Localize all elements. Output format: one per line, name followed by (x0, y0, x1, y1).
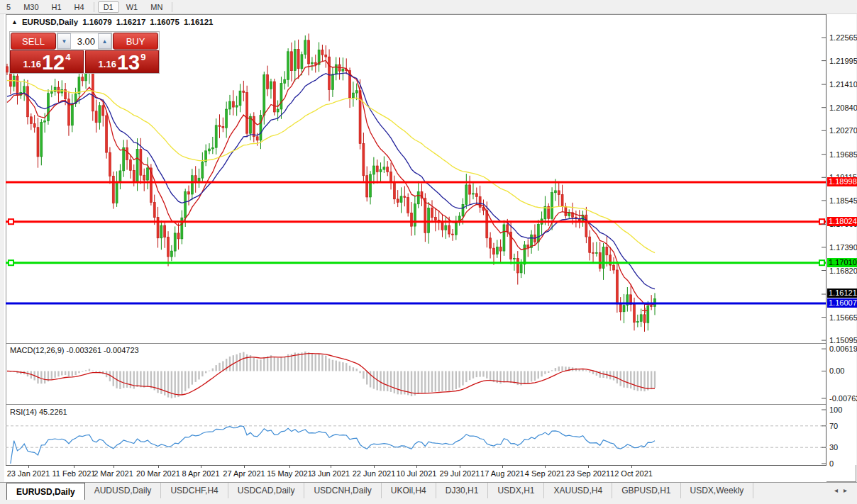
ohlc-low: 1.16075 (150, 18, 179, 26)
tab-audusd-daily[interactable]: AUDUSD,Daily (85, 483, 162, 498)
price-tick: 1.15095 (829, 336, 857, 345)
date-tick (331, 466, 331, 468)
chart-collapse-icon[interactable]: ▲ (11, 18, 18, 26)
terminal-window: 5 M30 H1 H4 D1 W1 MN 1.225651.219951.214… (0, 0, 857, 504)
date-tick (631, 466, 632, 468)
date-label: 23 Jan 2021 (7, 469, 50, 478)
date-tick (460, 466, 460, 468)
price-tick: 1.15665 (829, 313, 857, 322)
timeframe-m30-button[interactable]: M30 (18, 1, 44, 13)
date-tick (28, 466, 29, 468)
date-tick (74, 466, 74, 468)
chart-title: ▲ EURUSD,Daily 1.16079 1.16217 1.16075 1… (11, 18, 213, 26)
tab-ukoil-h4[interactable]: UKOil,H4 (382, 483, 436, 498)
tab-usdcnh-daily[interactable]: USDCNH,Daily (304, 483, 381, 498)
date-tick (158, 466, 159, 468)
price-tick: 1.21410 (829, 80, 857, 89)
date-label: 10 Jul 2021 (397, 469, 437, 478)
tab-usdx-weekly[interactable]: USDX,Weekly (681, 483, 754, 498)
price-tick: 1.20270 (829, 126, 857, 135)
date-tick (244, 466, 245, 468)
ohlc-high: 1.16217 (116, 18, 146, 26)
date-label: 4 Sep 2021 (525, 469, 565, 478)
date-tick (588, 466, 589, 468)
date-label: 23 Sep 2021 (566, 469, 610, 478)
chart-canvas[interactable] (6, 14, 826, 481)
timeframe-toolbar: 5 M30 H1 H4 D1 W1 MN (0, 0, 857, 14)
price-tick: 1.22565 (829, 33, 857, 42)
toolbar-separator (94, 2, 94, 12)
date-label: 27 Apr 2021 (223, 469, 265, 478)
price-tick: 1.16820 (829, 267, 857, 275)
chart-tab-bar: EURUSD,Daily AUDUSD,Daily USDCHF,H4 USDC… (0, 482, 857, 504)
sell-price-sup: 4 (65, 52, 70, 62)
one-click-trading-panel: SELL ▼ 3.00 ▲ BUY 1.16 12 4 1.16 13 9 (9, 31, 160, 74)
buy-button[interactable]: BUY (113, 33, 158, 50)
macd-axis-tick: 0.00 (829, 366, 844, 375)
date-tick (201, 466, 201, 468)
chart-symbol-label: EURUSD,Daily (22, 18, 78, 26)
sell-price[interactable]: 1.16 12 4 (10, 50, 84, 73)
macd-axis-tick: 0.006193 (829, 345, 857, 353)
price-chart[interactable] (6, 14, 826, 481)
buy-price-big: 13 (117, 53, 140, 72)
tab-usdchf-h4[interactable]: USDCHF,H4 (161, 483, 228, 498)
date-tick (289, 466, 290, 468)
price-tick: 1.20840 (829, 103, 857, 112)
rsi-axis-tick: 30 (829, 443, 838, 452)
price-tick: 1.19685 (829, 150, 857, 159)
tab-scroll-arrows[interactable]: ◂▸ (834, 486, 853, 494)
date-label: 8 Apr 2021 (182, 469, 219, 478)
volume-increase-icon[interactable]: ▲ (98, 33, 111, 49)
timeframe-h1-button[interactable]: H1 (46, 1, 67, 13)
volume-decrease-icon[interactable]: ▼ (57, 33, 71, 49)
tab-xauusd-h4[interactable]: XAUUSD,H4 (544, 483, 612, 498)
current-price-tag: 1.16121 (827, 289, 857, 298)
macd-label: MACD(12,26,9) -0.003261 -0.004723 (10, 346, 139, 354)
price-tick: 1.21995 (829, 57, 857, 65)
price-tick: 1.17390 (829, 243, 857, 252)
date-tick (374, 466, 375, 468)
tab-usdcad-daily[interactable]: USDCAD,Daily (228, 483, 305, 498)
date-label: 22 Jun 2021 (353, 469, 396, 478)
rsi-axis-tick: 70 (829, 422, 838, 430)
ohlc-open: 1.16079 (82, 18, 112, 26)
volume-input[interactable]: 3.00 (71, 33, 98, 49)
tab-scroll-right-icon: ▸ (844, 486, 853, 494)
toolbar-separator (172, 2, 172, 12)
level-price-tag: 1.18998 (827, 177, 857, 186)
sell-button[interactable]: SELL (11, 33, 56, 50)
sell-price-prefix: 1.16 (23, 59, 41, 69)
date-label: 3 Jun 2021 (311, 469, 350, 478)
timeframe-m5-button[interactable]: 5 (1, 1, 16, 13)
buy-price-sup: 9 (140, 52, 145, 62)
date-tick (416, 466, 417, 468)
timeframe-h4-button[interactable]: H4 (69, 1, 90, 13)
date-label: 12 Oct 2021 (610, 469, 653, 478)
timeframe-d1-button[interactable]: D1 (98, 1, 119, 13)
sell-price-big: 12 (42, 53, 65, 72)
date-label: 11 Feb 2021 (52, 469, 96, 478)
price-tick: 1.18545 (829, 196, 857, 205)
tab-dj30-h1[interactable]: DJ30,H1 (436, 483, 489, 498)
date-tick (114, 466, 114, 468)
buy-price[interactable]: 1.16 13 9 (85, 50, 159, 73)
volume-stepper: ▼ 3.00 ▲ (57, 33, 112, 50)
timeframe-mn-button[interactable]: MN (145, 1, 168, 13)
date-label: 20 Mar 2021 (136, 469, 180, 478)
date-label: 15 May 2021 (267, 469, 312, 478)
rsi-label: RSI(14) 45.2261 (10, 408, 67, 416)
date-label: 29 Jul 2021 (440, 469, 480, 478)
time-axis[interactable]: 23 Jan 202111 Feb 20212 Mar 202120 Mar 2… (6, 465, 826, 482)
tab-scroll-left-icon: ◂ (834, 486, 844, 494)
date-tick (502, 466, 503, 468)
tab-gbpusd-h1[interactable]: GBPUSD,H1 (612, 483, 680, 498)
tab-eurusd-daily[interactable]: EURUSD,Daily (6, 483, 85, 500)
level-price-tag: 1.18024 (827, 217, 857, 226)
macd-axis-tick: -0.007621 (829, 394, 857, 403)
buy-price-prefix: 1.16 (99, 59, 116, 69)
tab-usdx-h1[interactable]: USDX,H1 (488, 483, 544, 498)
level-price-tag: 1.16007 (827, 298, 857, 308)
price-axis[interactable]: 1.225651.219951.214101.208401.202701.196… (826, 14, 856, 465)
timeframe-w1-button[interactable]: W1 (121, 1, 144, 13)
